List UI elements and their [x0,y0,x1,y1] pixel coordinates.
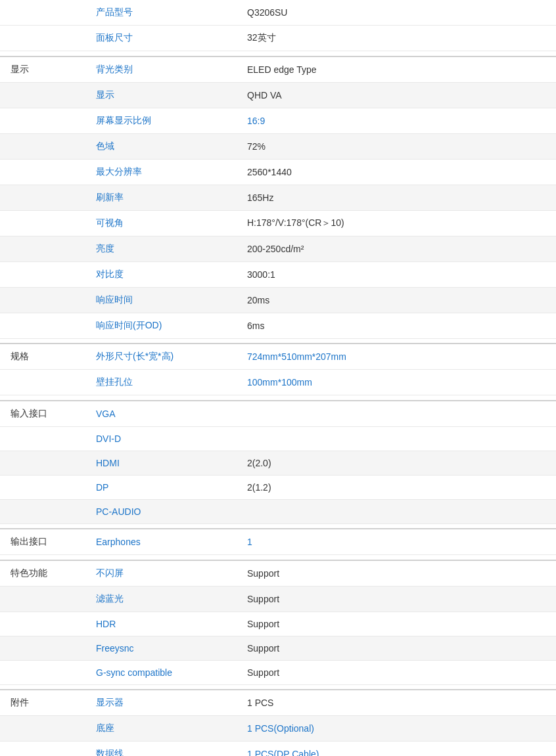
table-row: 最大分辨率2560*1440 [0,159,556,185]
property-cell: Earphones [85,529,237,555]
property-cell: 可视角 [85,210,237,236]
table-row: 规格外形尺寸(长*宽*高)724mm*510mm*207mm [0,344,556,370]
value-cell: Support [237,636,556,660]
property-cell: 刷新率 [85,185,237,210]
table-row: 可视角H:178°/V:178°(CR＞10) [0,210,556,236]
category-cell [0,426,85,451]
value-cell [237,401,556,427]
value-cell: Support [237,660,556,684]
property-cell: DVI-D [85,426,237,451]
table-row: 滤蓝光Support [0,586,556,611]
value-cell: 724mm*510mm*207mm [237,344,556,370]
category-cell [0,716,85,742]
value-cell: 1 PCS [237,690,556,716]
category-cell [0,611,85,636]
value-cell: 1 PCS(Optional) [237,716,556,742]
property-cell: 色域 [85,133,237,159]
table-row: 刷新率165Hz [0,185,556,210]
section-divider [0,338,556,344]
table-row: 面板尺寸32英寸 [0,26,556,51]
property-cell: VGA [85,401,237,427]
property-cell: 最大分辨率 [85,159,237,185]
value-cell: 20ms [237,287,556,313]
table-row: 特色功能不闪屏Support [0,560,556,587]
value-cell: 1 PCS(DP Cable) [237,742,556,757]
property-cell: 对比度 [85,261,237,287]
value-cell: 1 [237,529,556,555]
property-cell: 响应时间 [85,287,237,313]
value-cell: Support [237,586,556,611]
value-cell: Support [237,611,556,636]
category-cell [0,499,85,523]
property-cell: 不闪屏 [85,560,237,587]
category-cell [0,133,85,159]
table-row: 屏幕显示比例16:9 [0,108,556,133]
property-cell: PC-AUDIO [85,499,237,523]
property-cell: 滤蓝光 [85,586,237,611]
category-cell: 附件 [0,690,85,716]
category-cell [0,210,85,236]
section-divider [0,523,556,529]
table-row: DVI-D [0,426,556,451]
value-cell: QHD VA [237,82,556,108]
property-cell: 亮度 [85,236,237,261]
section-divider [0,684,556,690]
value-cell: 72% [237,133,556,159]
category-cell [0,475,85,499]
value-cell: 100mm*100mm [237,370,556,395]
value-cell: 165Hz [237,185,556,210]
value-cell [237,426,556,451]
property-cell: 背光类别 [85,56,237,83]
category-cell [0,636,85,660]
property-cell: Freeysnc [85,636,237,660]
property-cell: 产品型号 [85,0,237,26]
table-row: PC-AUDIO [0,499,556,523]
table-row: 底座1 PCS(Optional) [0,716,556,742]
value-cell: 6ms [237,313,556,338]
category-cell [0,236,85,261]
category-cell [0,742,85,757]
category-cell [0,108,85,133]
category-cell [0,287,85,313]
value-cell [237,499,556,523]
value-cell: 2(1.2) [237,475,556,499]
table-row: 数据线1 PCS(DP Cable) [0,742,556,757]
category-cell [0,370,85,395]
table-row: 产品型号Q3206SU [0,0,556,26]
table-row: 色域72% [0,133,556,159]
table-row: G-sync compatibleSupport [0,660,556,684]
property-cell: 显示器 [85,690,237,716]
property-cell: 数据线 [85,742,237,757]
value-cell: H:178°/V:178°(CR＞10) [237,210,556,236]
category-cell [0,82,85,108]
value-cell: ELED edge Type [237,56,556,83]
category-cell [0,313,85,338]
category-cell: 输出接口 [0,529,85,555]
table-row: DP2(1.2) [0,475,556,499]
table-row: FreeysncSupport [0,636,556,660]
category-cell [0,261,85,287]
section-divider [0,51,556,56]
category-cell [0,451,85,475]
spec-table: 产品型号Q3206SU面板尺寸32英寸显示背光类别ELED edge Type显… [0,0,556,756]
table-row: 附件显示器1 PCS [0,690,556,716]
category-cell [0,185,85,210]
property-cell: DP [85,475,237,499]
table-row: 输出接口Earphones1 [0,529,556,555]
table-row: 响应时间20ms [0,287,556,313]
value-cell: 200-250cd/m² [237,236,556,261]
value-cell: 2(2.0) [237,451,556,475]
table-row: HDMI2(2.0) [0,451,556,475]
property-cell: HDMI [85,451,237,475]
category-cell [0,0,85,26]
property-cell: 壁挂孔位 [85,370,237,395]
property-cell: 响应时间(开OD) [85,313,237,338]
property-cell: 屏幕显示比例 [85,108,237,133]
table-row: 响应时间(开OD)6ms [0,313,556,338]
category-cell [0,26,85,51]
table-row: 亮度200-250cd/m² [0,236,556,261]
property-cell: 底座 [85,716,237,742]
section-divider [0,555,556,560]
table-row: 显示QHD VA [0,82,556,108]
value-cell: 2560*1440 [237,159,556,185]
